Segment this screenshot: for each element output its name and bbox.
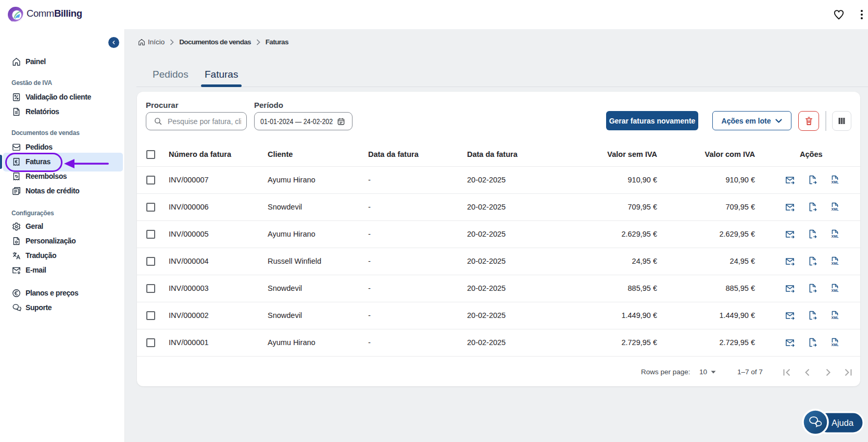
svg-text:XML: XML	[831, 207, 838, 211]
svg-text:XML: XML	[831, 180, 838, 184]
svg-text:XML: XML	[831, 343, 838, 347]
svg-text:XML: XML	[831, 316, 838, 320]
svg-text:XML: XML	[831, 262, 838, 265]
svg-text:XML: XML	[831, 289, 838, 292]
svg-text:XML: XML	[831, 235, 838, 238]
svg-text:Ajuda: Ajuda	[832, 418, 854, 427]
